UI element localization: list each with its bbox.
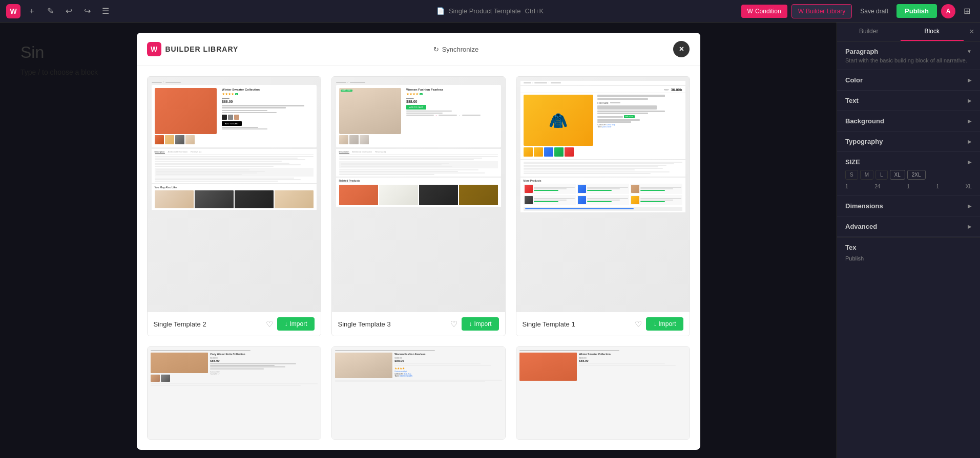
template-card-1: / / Sale: 36.00b bbox=[516, 76, 690, 336]
color-section: Color ▶ bbox=[837, 70, 980, 91]
favorite-button-3[interactable]: ♡ bbox=[450, 319, 457, 329]
paragraph-section: Paragraph ▼ Start with the basic buildin… bbox=[837, 41, 980, 70]
undo-button[interactable]: ↩ bbox=[61, 4, 76, 18]
dimensions-section-header[interactable]: Dimensions ▶ bbox=[845, 202, 972, 210]
avatar[interactable]: A bbox=[941, 4, 955, 18]
tex-section: Tex Publish bbox=[837, 237, 980, 268]
template-footer-3: Single Template 3 ♡ ↓ Import bbox=[332, 312, 505, 336]
shortcut-badge: Ctrl+K bbox=[525, 7, 544, 15]
layout-toggle-icon[interactable]: ⊞ bbox=[960, 4, 974, 18]
advanced-section-header[interactable]: Advanced ▶ bbox=[845, 223, 972, 230]
tab-block[interactable]: Block bbox=[901, 23, 964, 41]
template-footer-1: Single Template 1 ♡ ↓ Import bbox=[516, 312, 690, 336]
sync-button[interactable]: ↻ Synchronize bbox=[433, 46, 479, 53]
condition-button[interactable]: W Condition bbox=[741, 5, 787, 18]
template-preview-5: Women Fashion Fearless $100.00 $88.00 ★★… bbox=[332, 347, 505, 439]
modal-logo-icon: W bbox=[147, 42, 161, 56]
modal-header: W BUILDER LIBRARY ↻ Synchronize × bbox=[137, 33, 700, 66]
import-button-2[interactable]: ↓ Import bbox=[277, 317, 314, 331]
background-section: Background ▶ bbox=[837, 111, 980, 132]
favorite-button-1[interactable]: ♡ bbox=[635, 319, 642, 329]
template-card-3: / SAMPLE SKU bbox=[331, 76, 506, 336]
topbar-center: 📄 Single Product Template Ctrl+K bbox=[436, 7, 544, 15]
template-card-2: / bbox=[147, 76, 321, 336]
template-actions-3: ♡ ↓ Import bbox=[450, 317, 498, 331]
size-xl[interactable]: XL bbox=[890, 170, 905, 180]
size-section-header[interactable]: SIZE ▶ bbox=[845, 158, 972, 166]
typography-title: Typography bbox=[845, 138, 883, 145]
advanced-title: Advanced bbox=[845, 223, 877, 230]
canvas-area[interactable]: Sin Type / to choose a block W BUILDER L… bbox=[0, 23, 837, 458]
template-actions-2: ♡ ↓ Import bbox=[266, 317, 314, 331]
text-expand-icon: ▶ bbox=[968, 98, 972, 103]
template-preview-mock-3: / SAMPLE SKU bbox=[332, 77, 505, 312]
paragraph-description: Start with the basic building block of a… bbox=[845, 57, 972, 63]
woo-icon-2: W bbox=[798, 8, 804, 15]
text-section: Text ▶ bbox=[837, 91, 980, 111]
import-icon-2: ↓ bbox=[284, 320, 287, 328]
size-l[interactable]: L bbox=[875, 170, 888, 180]
template-preview-mock-2: / bbox=[148, 77, 321, 312]
modal-logo: W BUILDER LIBRARY bbox=[147, 42, 239, 56]
edit-icon[interactable]: ✎ bbox=[43, 4, 57, 18]
modal-body[interactable]: / bbox=[137, 66, 700, 450]
template-name-3: Single Template 3 bbox=[338, 320, 391, 328]
publish-button[interactable]: Publish bbox=[896, 4, 937, 18]
menu-icon[interactable]: ☰ bbox=[98, 4, 113, 18]
add-button[interactable]: + bbox=[25, 4, 39, 18]
typography-section: Typography ▶ bbox=[837, 132, 980, 152]
template-preview-mock-1: / / Sale: 36.00b bbox=[516, 77, 690, 312]
favorite-button-2[interactable]: ♡ bbox=[266, 319, 273, 329]
background-title: Background bbox=[845, 117, 884, 125]
color-section-header[interactable]: Color ▶ bbox=[845, 76, 972, 84]
template-preview-1: / / Sale: 36.00b bbox=[516, 77, 690, 312]
tex-item: Publish bbox=[845, 255, 864, 261]
template-name-1: Single Template 1 bbox=[523, 320, 575, 328]
template-name-2: Single Template 2 bbox=[154, 320, 206, 328]
template-preview-6: Winter Sweater Collection $100.00 $88.00 bbox=[516, 347, 690, 439]
size-2xl[interactable]: 2XL bbox=[907, 170, 926, 180]
redo-button[interactable]: ↪ bbox=[80, 4, 94, 18]
color-expand-icon: ▶ bbox=[968, 77, 972, 83]
size-section: SIZE ▶ S M L XL 2XL 1 24 1 1 XL bbox=[837, 152, 980, 196]
paragraph-section-header[interactable]: Paragraph ▼ bbox=[845, 48, 972, 55]
builder-library-button[interactable]: W Builder Library bbox=[791, 4, 852, 18]
tex-title: Tex bbox=[845, 244, 972, 251]
size-content: S M L XL 2XL 1 24 1 1 XL bbox=[845, 170, 972, 189]
right-panel-close-button[interactable]: × bbox=[964, 23, 980, 41]
size-m[interactable]: M bbox=[860, 170, 873, 180]
tab-builder[interactable]: Builder bbox=[837, 23, 901, 41]
template-preview-3: / SAMPLE SKU bbox=[332, 77, 505, 312]
advanced-expand-icon: ▶ bbox=[968, 224, 972, 229]
templates-grid: / bbox=[147, 76, 690, 440]
main-area: Sin Type / to choose a block W BUILDER L… bbox=[0, 23, 980, 458]
modal-close-button[interactable]: × bbox=[673, 41, 690, 57]
modal-logo-text: BUILDER LIBRARY bbox=[165, 45, 239, 53]
advanced-section: Advanced ▶ bbox=[837, 216, 980, 237]
builder-library-modal: W BUILDER LIBRARY ↻ Synchronize × bbox=[137, 33, 700, 450]
import-button-3[interactable]: ↓ Import bbox=[462, 317, 498, 331]
tex-content: Publish bbox=[845, 255, 972, 261]
background-section-header[interactable]: Background ▶ bbox=[845, 117, 972, 125]
dimensions-title: Dimensions bbox=[845, 202, 883, 210]
paragraph-title: Paragraph bbox=[845, 48, 878, 55]
import-button-1[interactable]: ↓ Import bbox=[646, 317, 683, 331]
typography-section-header[interactable]: Typography ▶ bbox=[845, 138, 972, 145]
woo-icon: W bbox=[747, 8, 753, 15]
text-section-header[interactable]: Text ▶ bbox=[845, 97, 972, 104]
modal-overlay: W BUILDER LIBRARY ↻ Synchronize × bbox=[0, 23, 837, 458]
page-title: Single Product Template bbox=[449, 7, 521, 15]
sync-icon: ↻ bbox=[433, 46, 439, 53]
color-title: Color bbox=[845, 76, 863, 84]
template-card-6: Winter Sweater Collection $100.00 $88.00 bbox=[516, 346, 690, 440]
template-actions-1: ♡ ↓ Import bbox=[635, 317, 683, 331]
size-title: SIZE bbox=[845, 158, 860, 166]
size-s[interactable]: S bbox=[845, 170, 858, 180]
page-icon: 📄 bbox=[436, 7, 445, 15]
right-panel: Builder Block × Paragraph ▼ Start with t… bbox=[837, 23, 980, 458]
paragraph-expand-icon: ▼ bbox=[967, 49, 972, 54]
right-panel-tabs: Builder Block × bbox=[837, 23, 980, 41]
save-draft-button[interactable]: Save draft bbox=[856, 5, 892, 18]
dimensions-section: Dimensions ▶ bbox=[837, 196, 980, 216]
template-preview-2: / bbox=[148, 77, 321, 312]
